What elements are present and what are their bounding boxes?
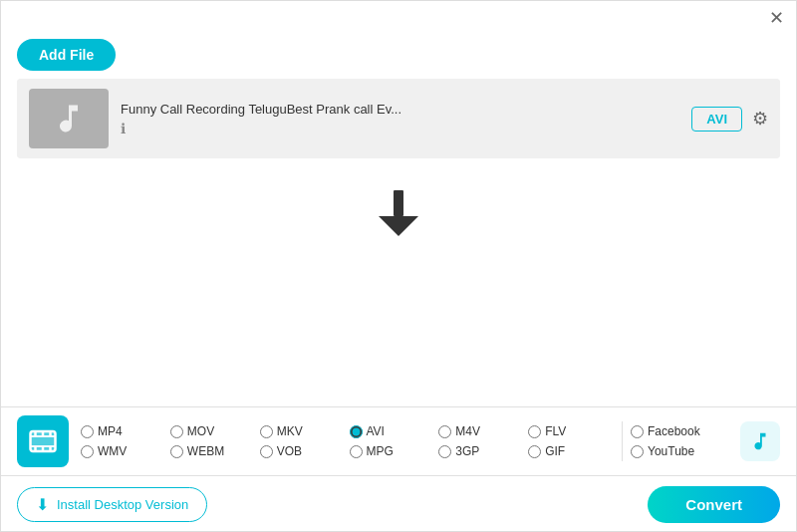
info-icon[interactable]: ℹ xyxy=(121,121,679,136)
file-info: Funny Call Recording TeluguBest Prank ca… xyxy=(121,102,679,136)
install-label: Install Desktop Version xyxy=(57,497,188,512)
music-note-icon xyxy=(749,430,771,452)
music-tab-button[interactable] xyxy=(740,421,780,461)
divider xyxy=(622,421,623,461)
format-option-3gp[interactable]: 3GP xyxy=(438,444,524,458)
format-icon-box xyxy=(17,415,69,467)
file-item: Funny Call Recording TeluguBest Prank ca… xyxy=(17,79,780,158)
format-option-youtube[interactable]: Facebook xyxy=(631,424,730,438)
title-bar: ✕ xyxy=(1,1,796,35)
download-icon: ⬇ xyxy=(36,495,49,514)
formats-grid: MP4 MOV MKV AVI M4V FLV xyxy=(81,424,614,458)
toolbar: Add File xyxy=(1,35,796,79)
format-option-mkv[interactable]: MKV xyxy=(260,424,346,438)
format-option-flv[interactable]: FLV xyxy=(528,424,614,438)
svg-marker-1 xyxy=(379,216,418,236)
arrow-container xyxy=(1,158,796,258)
format-option-avi[interactable]: AVI xyxy=(350,424,435,438)
format-badge[interactable]: AVI xyxy=(691,107,742,132)
format-bar: MP4 MOV MKV AVI M4V FLV xyxy=(1,406,796,476)
format-option-wmv[interactable]: WMV xyxy=(81,444,166,458)
file-list-area: Funny Call Recording TeluguBest Prank ca… xyxy=(17,79,780,158)
music-icon xyxy=(51,101,87,136)
close-button[interactable]: ✕ xyxy=(769,9,784,27)
format-option-mov[interactable]: MOV xyxy=(170,424,256,438)
format-option-m4v[interactable]: M4V xyxy=(438,424,524,438)
format-option-webm[interactable]: WEBM xyxy=(170,444,256,458)
file-name: Funny Call Recording TeluguBest Prank ca… xyxy=(121,102,679,117)
format-option-vob[interactable]: VOB xyxy=(260,444,346,458)
convert-button[interactable]: Convert xyxy=(648,486,780,523)
install-desktop-button[interactable]: ⬇ Install Desktop Version xyxy=(17,487,207,522)
arrow-down-icon xyxy=(379,188,418,238)
add-file-button[interactable]: Add File xyxy=(17,39,116,71)
format-option-mpg[interactable]: MPG xyxy=(350,444,435,458)
svg-rect-0 xyxy=(394,190,403,216)
format-option-facebook[interactable]: YouTube xyxy=(631,444,730,458)
format-option-mp4[interactable]: MP4 xyxy=(81,424,166,438)
extra-formats: Facebook YouTube xyxy=(631,424,730,458)
main-content xyxy=(1,158,796,406)
film-icon xyxy=(28,426,58,456)
file-thumbnail xyxy=(29,89,109,148)
bottom-bar: ⬇ Install Desktop Version Convert xyxy=(1,476,796,532)
file-actions: AVI ⚙ xyxy=(691,107,768,132)
settings-icon[interactable]: ⚙ xyxy=(752,108,768,130)
format-option-gif[interactable]: GIF xyxy=(528,444,614,458)
